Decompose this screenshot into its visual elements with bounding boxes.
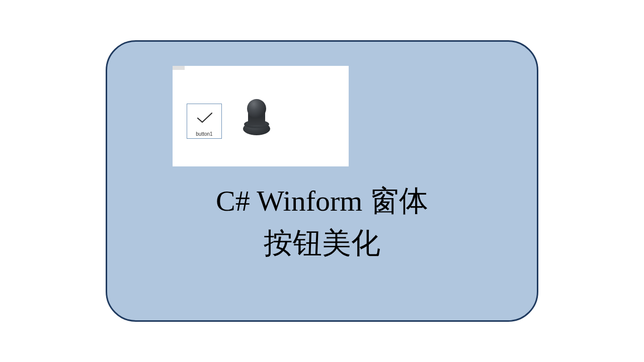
title-line1: C# Winform 窗体 <box>216 185 428 217</box>
winform-screenshot: button1 <box>173 66 349 166</box>
slide-card: button1 C# Winform 窗体 按钮美化 <box>106 40 538 322</box>
winform-button1-label: button1 <box>196 132 212 137</box>
slide-title: C# Winform 窗体 按钮美化 <box>107 180 537 264</box>
checkmark-icon <box>196 111 213 125</box>
knob-cap <box>247 99 266 118</box>
screenshot-topbar-fragment <box>173 66 185 70</box>
winform-button1: button1 <box>187 104 222 139</box>
title-line2: 按钮美化 <box>264 227 380 259</box>
knob-button-icon <box>242 99 271 138</box>
